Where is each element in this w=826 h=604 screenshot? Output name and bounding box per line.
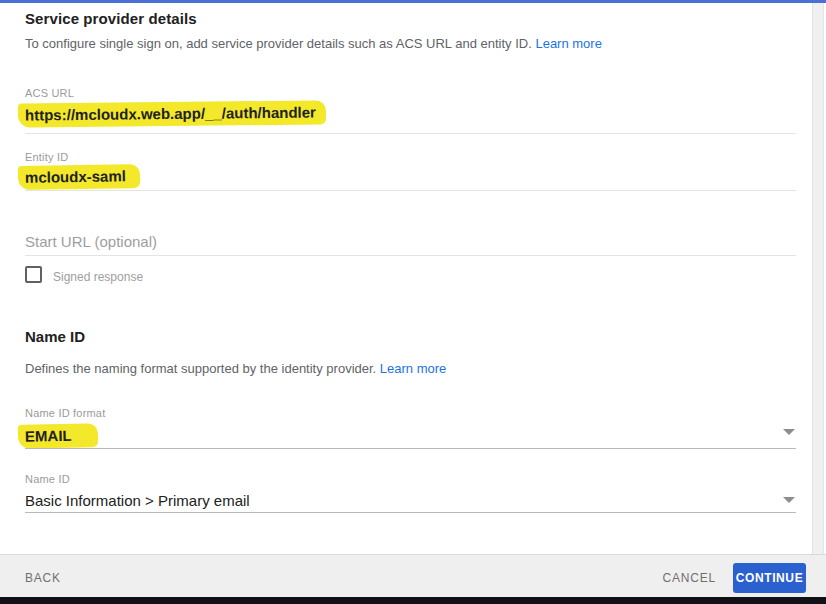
name-id-section-title: Name ID (25, 328, 85, 345)
entity-id-label: Entity ID (25, 151, 68, 163)
name-id-select[interactable]: Basic Information > Primary email (25, 492, 250, 509)
learn-more-link[interactable]: Learn more (535, 36, 601, 51)
entity-id-highlight: mcloudx-saml (18, 164, 140, 190)
name-id-learn-more-link[interactable]: Learn more (380, 361, 446, 376)
acs-url-highlight: https://mcloudx.web.app/__/auth/handler (18, 100, 326, 127)
entity-id-underline (25, 190, 796, 191)
footer-bar: BACK CANCEL CONTINUE (0, 554, 826, 597)
name-id-format-label: Name ID format (25, 407, 105, 419)
name-id-description-text: Defines the naming format supported by t… (25, 361, 376, 376)
cancel-button[interactable]: CANCEL (663, 571, 716, 585)
acs-url-input[interactable]: https://mcloudx.web.app/__/auth/handler (25, 102, 326, 126)
name-id-format-chevron-down-icon[interactable] (783, 429, 795, 435)
name-id-section-description: Defines the naming format supported by t… (25, 361, 446, 376)
acs-url-underline (25, 133, 796, 134)
page-description-text: To configure single sign on, add service… (25, 36, 532, 51)
name-id-format-highlight: EMAIL (18, 423, 98, 449)
top-accent-line (0, 0, 826, 3)
name-id-label: Name ID (25, 473, 70, 485)
continue-button[interactable]: CONTINUE (733, 563, 806, 593)
page-description: To configure single sign on, add service… (25, 36, 602, 51)
vertical-scrollbar[interactable] (812, 3, 824, 554)
page-title: Service provider details (25, 10, 197, 27)
name-id-format-select[interactable]: EMAIL (25, 424, 98, 448)
signed-response-checkbox[interactable] (25, 266, 42, 283)
name-id-underline (25, 512, 796, 513)
acs-url-label: ACS URL (25, 87, 74, 99)
entity-id-input[interactable]: mcloudx-saml (25, 165, 140, 189)
signed-response-label: Signed response (53, 270, 143, 284)
bottom-black-bar (0, 597, 826, 604)
name-id-format-underline (25, 448, 796, 449)
name-id-chevron-down-icon[interactable] (783, 497, 795, 503)
start-url-input[interactable]: Start URL (optional) (25, 233, 157, 250)
start-url-underline (25, 255, 796, 256)
back-button[interactable]: BACK (25, 571, 61, 585)
service-provider-dialog: Service provider details To configure si… (0, 0, 826, 604)
